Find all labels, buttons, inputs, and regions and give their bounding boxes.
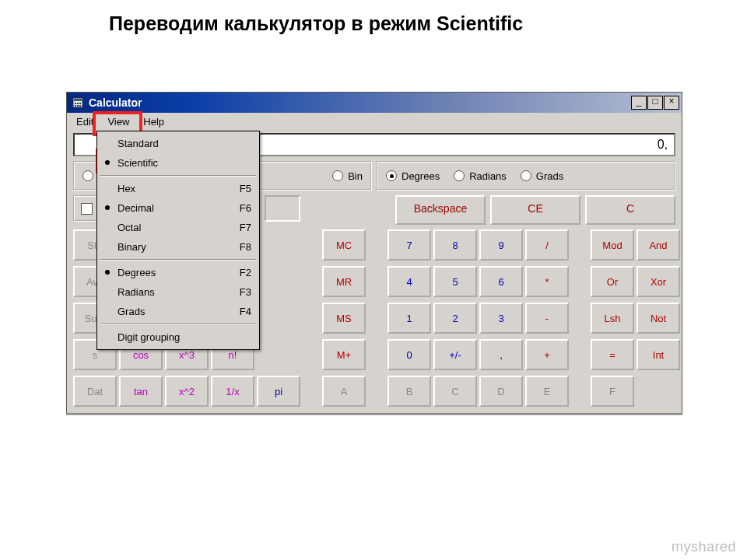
btn-mplus[interactable]: M+ [322, 339, 366, 370]
btn-c[interactable]: C [433, 376, 477, 407]
dd-digit-grouping[interactable]: Digit grouping [99, 327, 258, 347]
radio-icon [386, 170, 397, 181]
btn-1x[interactable]: 1/x [211, 376, 254, 407]
btn-x2[interactable]: x^2 [165, 376, 209, 407]
btn-sub[interactable]: - [525, 303, 569, 334]
bullet-icon [105, 205, 110, 210]
btn-8[interactable]: 8 [433, 229, 477, 261]
radio-label: Grads [536, 170, 563, 182]
svg-rect-7 [79, 105, 81, 107]
btn-eq[interactable]: = [591, 339, 634, 370]
svg-rect-6 [77, 105, 79, 107]
radio-label: Bin [348, 170, 363, 182]
menu-help[interactable]: Help [137, 114, 170, 129]
dd-octal[interactable]: Octal F7 [99, 218, 258, 237]
close-button[interactable]: × [664, 96, 679, 110]
radio-icon [454, 170, 465, 181]
btn-ms[interactable]: MS [322, 303, 366, 334]
radio-hex[interactable] [82, 170, 93, 181]
spacer [257, 229, 297, 257]
btn-dat[interactable]: Dat [73, 376, 117, 407]
btn-int[interactable]: Int [637, 339, 680, 370]
btn-mul[interactable]: * [525, 266, 569, 297]
radio-label: Degrees [402, 170, 440, 182]
btn-mr[interactable]: MR [322, 266, 366, 297]
radio-icon [521, 170, 531, 181]
btn-mod[interactable]: Mod [591, 229, 634, 261]
btn-6[interactable]: 6 [479, 266, 523, 297]
menuitem-shortcut: F6 [240, 202, 251, 214]
dd-degrees[interactable]: Degrees F2 [99, 263, 258, 282]
svg-rect-2 [75, 103, 76, 104]
menuitem-label: Digit grouping [117, 331, 180, 343]
spacer [257, 303, 297, 331]
btn-a[interactable]: A [322, 376, 366, 407]
menuitem-shortcut: F2 [240, 267, 251, 278]
titlebar: Calculator _ □ × [67, 93, 682, 113]
menuitem-label: Decimal [117, 202, 154, 214]
btn-or[interactable]: Or [591, 266, 634, 297]
menuitem-shortcut: F4 [240, 306, 251, 317]
btn-d[interactable]: D [479, 376, 523, 407]
ce-button[interactable]: CE [490, 195, 580, 225]
radio-grads[interactable]: Grads [521, 170, 563, 182]
menuitem-shortcut: F3 [240, 286, 251, 298]
menu-edit[interactable]: Edit [70, 114, 100, 129]
btn-9[interactable]: 9 [479, 229, 523, 261]
btn-lsh[interactable]: Lsh [591, 303, 634, 334]
radio-radians[interactable]: Radians [454, 170, 507, 182]
menuitem-shortcut: F8 [240, 241, 251, 253]
btn-1[interactable]: 1 [388, 303, 431, 334]
dd-standard[interactable]: Standard [99, 134, 258, 153]
radio-degrees[interactable]: Degrees [386, 170, 440, 182]
radio-bin[interactable]: Bin [332, 170, 363, 182]
dd-radians[interactable]: Radians F3 [99, 282, 258, 302]
btn-3[interactable]: 3 [479, 303, 523, 334]
btn-not[interactable]: Not [637, 303, 680, 334]
btn-plusminus[interactable]: +/- [433, 339, 477, 370]
btn-b[interactable]: B [388, 376, 431, 407]
spacer [257, 339, 297, 367]
btn-mc[interactable]: MC [322, 229, 366, 261]
btn-comma[interactable]: , [479, 339, 523, 370]
watermark: myshared [672, 539, 736, 555]
dd-binary[interactable]: Binary F8 [99, 237, 258, 257]
menu-view[interactable]: View [101, 114, 135, 129]
menuitem-shortcut: F5 [240, 183, 251, 194]
dd-separator [100, 324, 256, 325]
btn-5[interactable]: 5 [433, 266, 477, 297]
btn-7[interactable]: 7 [388, 229, 431, 261]
inv-checkbox[interactable] [81, 203, 93, 215]
menuitem-label: Degrees [117, 267, 156, 278]
btn-div[interactable]: / [525, 229, 569, 261]
btn-add[interactable]: + [525, 339, 569, 370]
btn-2[interactable]: 2 [433, 303, 477, 334]
svg-rect-1 [74, 99, 82, 101]
menuitem-label: Octal [117, 222, 141, 233]
btn-pi[interactable]: pi [257, 376, 300, 407]
btn-e[interactable]: E [525, 376, 569, 407]
slide-caption: Переводим калькулятор в режим Scientific [109, 12, 523, 35]
backspace-button[interactable]: Backspace [395, 195, 486, 225]
dd-separator [100, 259, 256, 261]
maximize-button[interactable]: □ [647, 96, 663, 110]
btn-f[interactable]: F [591, 376, 634, 407]
dd-decimal[interactable]: Decimal F6 [99, 198, 258, 218]
dd-scientific[interactable]: Scientific [99, 153, 258, 173]
btn-0[interactable]: 0 [388, 339, 431, 370]
btn-4[interactable]: 4 [388, 266, 431, 297]
menuitem-label: Binary [117, 241, 146, 253]
btn-xor[interactable]: Xor [637, 266, 680, 297]
menuitem-label: Grads [117, 306, 145, 317]
btn-and[interactable]: And [637, 229, 680, 261]
menuitem-label: Radians [117, 286, 155, 298]
window-title: Calculator [89, 96, 631, 109]
minimize-button[interactable]: _ [631, 96, 647, 110]
svg-rect-5 [75, 105, 76, 107]
dd-hex[interactable]: Hex F5 [99, 179, 258, 198]
dd-grads[interactable]: Grads F4 [99, 302, 258, 321]
bullet-icon [105, 270, 110, 275]
btn-tan[interactable]: tan [119, 376, 163, 407]
c-button[interactable]: C [585, 195, 675, 225]
radio-icon [332, 170, 343, 181]
